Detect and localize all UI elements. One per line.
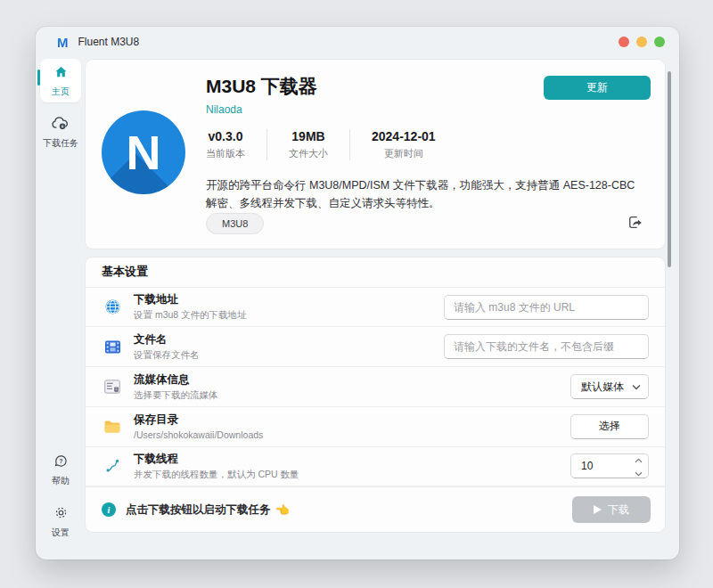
author-link[interactable]: Nilaoda bbox=[206, 103, 242, 116]
cloud-download-icon bbox=[52, 116, 70, 135]
app-icon: N bbox=[102, 110, 185, 194]
download-button[interactable]: 下载 bbox=[572, 496, 651, 523]
media-select[interactable]: 默认媒体 bbox=[570, 374, 649, 399]
folder-icon bbox=[102, 420, 123, 434]
globe-icon bbox=[102, 298, 123, 315]
stat-size: 19MB 文件大小 bbox=[267, 129, 350, 160]
setting-title: 保存目录 bbox=[134, 412, 570, 428]
update-button[interactable]: 更新 bbox=[544, 76, 651, 100]
play-icon bbox=[594, 505, 602, 514]
setting-row-download-url: 下载地址 设置 m3u8 文件的下载地址 bbox=[86, 288, 665, 328]
stat-value: 19MB bbox=[289, 129, 328, 143]
sidebar: 主页 下载任务 ? 帮助 bbox=[36, 57, 86, 559]
setting-subtitle: 并发下载的线程数量，默认为 CPU 数量 bbox=[134, 469, 570, 481]
filename-input[interactable] bbox=[444, 334, 649, 359]
setting-subtitle: /Users/shokokawaii/Downloads bbox=[134, 429, 570, 440]
setting-title: 下载地址 bbox=[134, 292, 444, 307]
stat-version: v0.3.0 当前版本 bbox=[206, 129, 267, 160]
sidebar-item-home[interactable]: 主页 bbox=[40, 59, 81, 102]
sidebar-item-help[interactable]: ? 帮助 bbox=[40, 447, 81, 492]
window-title: Fluent M3U8 bbox=[78, 36, 140, 48]
gear-icon bbox=[53, 505, 69, 524]
app-stats: v0.3.0 当前版本 19MB 文件大小 2024-12-01 更新时间 bbox=[206, 129, 457, 160]
stat-value: v0.3.0 bbox=[206, 129, 245, 143]
sidebar-item-label: 下载任务 bbox=[43, 137, 78, 150]
chevron-down-icon bbox=[632, 380, 641, 393]
stepper-up-icon[interactable] bbox=[635, 453, 643, 466]
app-description: 开源的跨平台命令行 M3U8/MPD/ISM 文件下载器，功能强大，支持普通 A… bbox=[206, 176, 645, 213]
setting-subtitle: 设置保存文件名 bbox=[134, 349, 444, 362]
section-title: 基本设置 bbox=[86, 257, 665, 288]
app-logo-icon: M bbox=[57, 35, 68, 50]
svg-text:?: ? bbox=[59, 458, 62, 465]
sidebar-item-label: 设置 bbox=[52, 527, 70, 539]
setting-subtitle: 设置 m3u8 文件的下载地址 bbox=[134, 309, 444, 322]
page-title: M3U8 下载器 bbox=[206, 74, 317, 99]
choose-dir-button[interactable]: 选择 bbox=[570, 414, 649, 439]
zoom-button[interactable] bbox=[654, 37, 665, 47]
download-hint: 点击下载按钮以启动下载任务 bbox=[126, 502, 271, 518]
share-icon[interactable] bbox=[627, 214, 645, 232]
threads-icon bbox=[102, 458, 123, 474]
sidebar-item-label: 帮助 bbox=[52, 475, 70, 487]
stepper-down-icon[interactable] bbox=[635, 467, 643, 479]
url-input[interactable] bbox=[444, 295, 649, 320]
minimize-button[interactable] bbox=[636, 37, 647, 47]
action-bar: i 点击下载按钮以启动下载任务 👈 下载 bbox=[86, 486, 665, 532]
stat-label: 当前版本 bbox=[206, 147, 245, 160]
thread-count-stepper[interactable]: 10 bbox=[570, 453, 649, 478]
setting-title: 下载线程 bbox=[134, 452, 570, 467]
thread-count-value: 10 bbox=[581, 460, 635, 472]
setting-title: 流媒体信息 bbox=[134, 372, 570, 388]
sidebar-item-settings[interactable]: 设置 bbox=[40, 499, 81, 543]
sidebar-item-tasks[interactable]: 下载任务 bbox=[40, 110, 81, 154]
setting-row-stream-info: 流媒体信息 选择要下载的流媒体 默认媒体 bbox=[86, 367, 665, 407]
sidebar-item-label: 主页 bbox=[52, 86, 70, 98]
app-window: M Fluent M3U8 主页 下载任务 bbox=[36, 27, 679, 559]
settings-card: 基本设置 下载地址 设置 m3u8 文件的下载地址 文件名 设置保存文件名 bbox=[85, 257, 666, 533]
download-button-label: 下载 bbox=[608, 502, 629, 518]
app-icon-letter: N bbox=[127, 128, 161, 176]
scrollbar-thumb[interactable] bbox=[668, 71, 671, 267]
active-indicator bbox=[37, 69, 40, 86]
setting-subtitle: 选择要下载的流媒体 bbox=[134, 389, 570, 402]
media-info-icon bbox=[102, 380, 123, 394]
stat-label: 文件大小 bbox=[289, 147, 328, 160]
media-select-value: 默认媒体 bbox=[581, 380, 624, 395]
setting-row-threads: 下载线程 并发下载的线程数量，默认为 CPU 数量 10 bbox=[86, 447, 665, 487]
pointer-emoji: 👈 bbox=[275, 503, 290, 517]
app-info-card: N M3U8 下载器 Nilaoda 更新 v0.3.0 当前版本 19MB 文… bbox=[85, 59, 666, 249]
titlebar: M Fluent M3U8 bbox=[36, 27, 679, 57]
setting-row-save-dir: 保存目录 /Users/shokokawaii/Downloads 选择 bbox=[86, 407, 665, 447]
tag-m3u8: M3U8 bbox=[206, 213, 264, 234]
traffic-lights bbox=[619, 37, 665, 47]
help-icon: ? bbox=[53, 453, 69, 472]
film-icon bbox=[102, 339, 123, 355]
stat-value: 2024-12-01 bbox=[372, 129, 436, 143]
info-icon: i bbox=[102, 502, 116, 517]
setting-row-filename: 文件名 设置保存文件名 bbox=[86, 327, 665, 367]
close-button[interactable] bbox=[619, 37, 629, 47]
setting-title: 文件名 bbox=[134, 332, 444, 347]
home-icon bbox=[53, 65, 69, 83]
stat-updated: 2024-12-01 更新时间 bbox=[350, 129, 457, 160]
stat-label: 更新时间 bbox=[372, 147, 436, 160]
